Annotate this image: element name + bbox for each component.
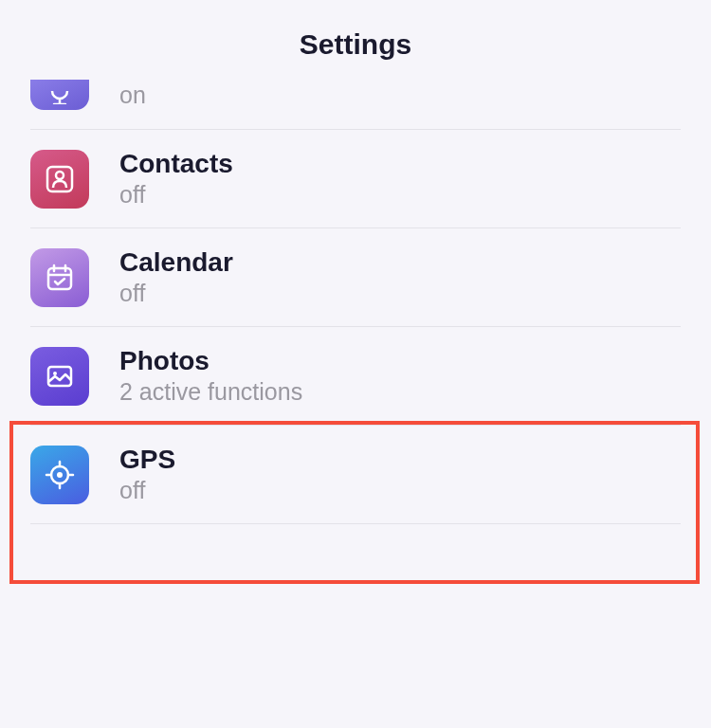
row-subtitle: off: [119, 280, 233, 307]
settings-row-calendar[interactable]: Calendar off: [30, 228, 681, 327]
row-title: Calendar: [119, 247, 233, 278]
row-subtitle: 2 active functions: [119, 378, 302, 406]
row-title: Contacts: [119, 149, 233, 179]
row-text: on: [119, 82, 146, 109]
svg-rect-2: [48, 268, 71, 289]
contact-icon: [30, 150, 89, 209]
settings-row-contacts[interactable]: Contacts off: [30, 130, 681, 228]
row-subtitle: on: [119, 82, 146, 109]
row-text: Contacts off: [119, 149, 233, 209]
settings-row-photos[interactable]: Photos 2 active functions: [30, 327, 681, 426]
photo-icon: [30, 347, 89, 406]
row-text: Calendar off: [119, 247, 233, 307]
svg-point-1: [56, 172, 64, 179]
row-title: Photos: [119, 346, 302, 376]
svg-point-7: [53, 372, 57, 375]
settings-list: on Contacts off Calendar off Photos 2 ac…: [0, 80, 711, 524]
calendar-icon: [30, 248, 89, 307]
header: Settings: [0, 0, 711, 80]
page-title: Settings: [0, 28, 711, 61]
row-text: GPS off: [119, 445, 175, 504]
svg-point-9: [57, 472, 63, 478]
row-text: Photos 2 active functions: [119, 346, 302, 406]
settings-row-gps[interactable]: GPS off: [30, 426, 681, 524]
row-subtitle: off: [119, 181, 233, 209]
gps-icon: [30, 446, 89, 504]
mic-icon: [30, 80, 89, 110]
row-subtitle: off: [119, 477, 175, 504]
settings-row-microphone[interactable]: on: [30, 80, 681, 130]
row-title: GPS: [119, 445, 175, 475]
